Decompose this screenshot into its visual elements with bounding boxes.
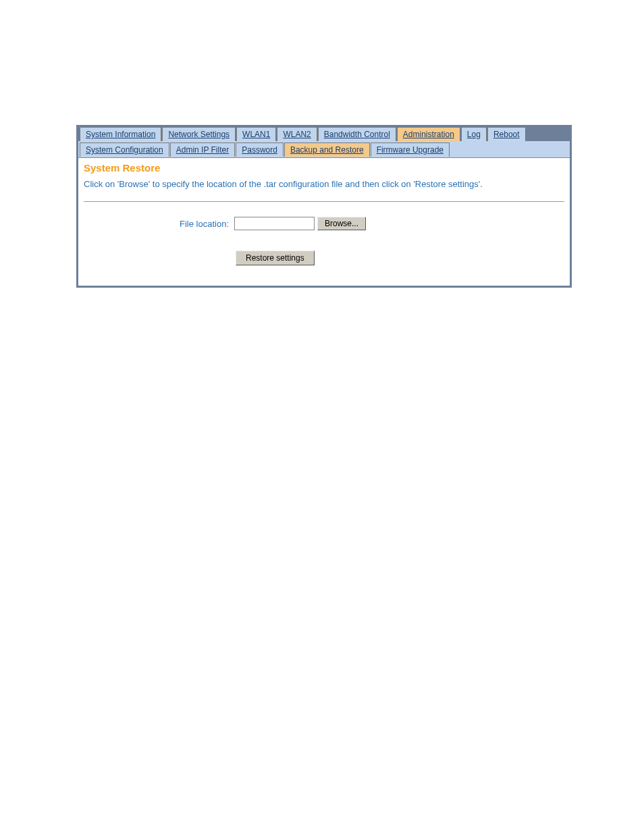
restore-settings-button[interactable]: Restore settings <box>236 251 315 265</box>
tab-log[interactable]: Log <box>461 127 487 141</box>
subtab-system-configuration[interactable]: System Configuration <box>80 142 169 157</box>
tab-bandwidth-control[interactable]: Bandwidth Control <box>318 127 396 141</box>
tab-system-information[interactable]: System Information <box>80 127 161 141</box>
tab-reboot[interactable]: Reboot <box>487 127 526 141</box>
file-location-label: File location: <box>84 219 234 229</box>
subtab-password[interactable]: Password <box>236 142 284 157</box>
content-area: System Restore Click on 'Browse' to spec… <box>78 158 570 286</box>
tab-network-settings[interactable]: Network Settings <box>162 127 236 141</box>
subtab-firmware-upgrade[interactable]: Firmware Upgrade <box>371 142 450 157</box>
page-title: System Restore <box>84 162 564 174</box>
separator <box>84 201 564 202</box>
file-location-row: File location: Browse... <box>84 217 564 230</box>
file-location-input[interactable] <box>234 217 315 230</box>
page-description: Click on 'Browse' to specify the locatio… <box>84 179 564 189</box>
admin-panel: System InformationNetwork SettingsWLAN1W… <box>76 125 572 288</box>
browse-button[interactable]: Browse... <box>317 217 366 230</box>
subtab-admin-ip-filter[interactable]: Admin IP Filter <box>170 142 235 157</box>
restore-row: Restore settings <box>84 251 564 265</box>
tab-wlan1[interactable]: WLAN1 <box>236 127 276 141</box>
tab-administration[interactable]: Administration <box>397 127 460 141</box>
primary-tabs: System InformationNetwork SettingsWLAN1W… <box>78 125 570 141</box>
secondary-tabs: System ConfigurationAdmin IP FilterPassw… <box>78 141 570 158</box>
subtab-backup-and-restore[interactable]: Backup and Restore <box>284 142 370 157</box>
tab-wlan2[interactable]: WLAN2 <box>277 127 317 141</box>
